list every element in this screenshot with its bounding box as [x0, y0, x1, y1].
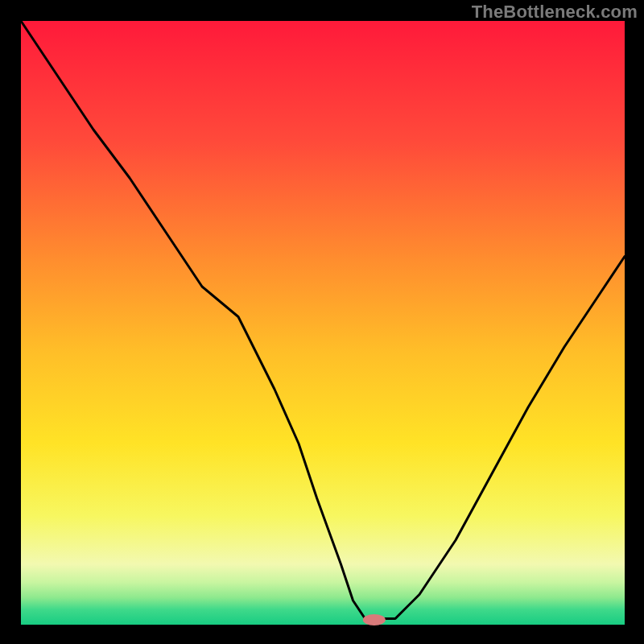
bottleneck-chart — [0, 0, 644, 644]
plot-background — [21, 21, 625, 625]
watermark-label: TheBottleneck.com — [472, 2, 638, 23]
optimum-marker — [363, 614, 386, 625]
chart-stage: TheBottleneck.com — [0, 0, 644, 644]
